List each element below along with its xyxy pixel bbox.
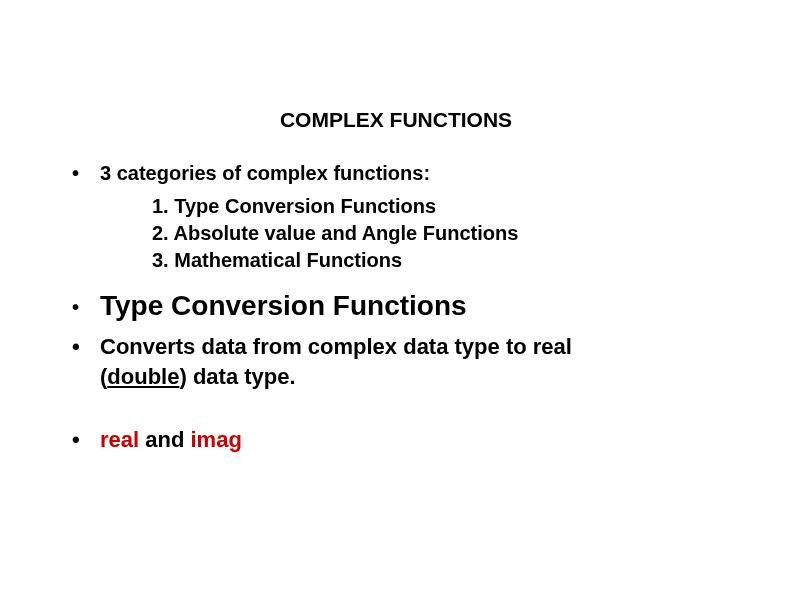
slide-content: •3 categories of complex functions: 1. T… [0,160,792,455]
sub-item-3: 3. Mathematical Functions [72,247,720,274]
imag-keyword: imag [191,427,242,452]
slide-title: COMPLEX FUNCTIONS [0,108,792,132]
bullet-dot: • [72,296,100,319]
bullet-categories-text: 3 categories of complex functions: [100,162,430,184]
sub-item-1: 1. Type Conversion Functions [72,193,720,220]
bullet-dot: • [72,425,100,455]
bullet-converts: •Converts data from complex data type to… [72,332,720,391]
converts-line1: Converts data from complex data type to … [100,334,572,359]
bullet-subheading-text: Type Conversion Functions [100,290,467,321]
converts-rest: ) data type. [179,364,295,389]
bullet-dot: • [72,160,100,187]
sub-item-2: 2. Absolute value and Angle Functions [72,220,720,247]
slide: COMPLEX FUNCTIONS •3 categories of compl… [0,108,792,612]
converts-double: double [107,364,179,389]
bullet-subheading: •Type Conversion Functions [72,290,720,322]
bullet-dot: • [72,332,100,362]
bullet-real-imag: •real and imag [72,425,720,455]
real-keyword: real [100,427,139,452]
bullet-categories: •3 categories of complex functions: [72,160,720,187]
and-text: and [139,427,190,452]
